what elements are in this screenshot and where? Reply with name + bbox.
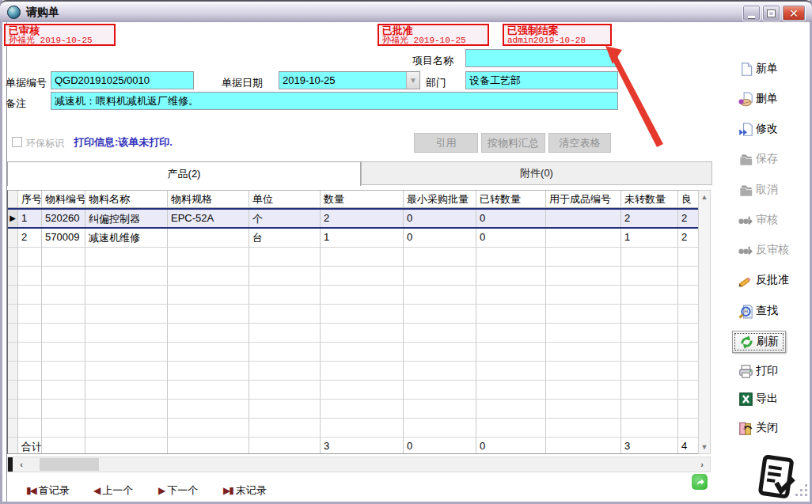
table-cell[interactable]: 1 <box>321 229 404 248</box>
table-empty-row[interactable] <box>8 324 698 343</box>
table-cell[interactable]: EPC-52A <box>168 210 249 227</box>
table-cell[interactable] <box>404 324 476 343</box>
table-cell[interactable] <box>249 400 321 419</box>
scroll-left-icon[interactable]: ‹ <box>14 457 28 472</box>
table-cell[interactable] <box>546 381 621 400</box>
table-cell[interactable] <box>621 248 678 267</box>
table-cell[interactable] <box>85 324 168 343</box>
sidebar-button-refresh[interactable]: 刷新 <box>732 331 786 353</box>
table-cell[interactable] <box>249 343 321 362</box>
table-cell[interactable] <box>678 381 698 400</box>
table-cell[interactable] <box>42 438 85 454</box>
table-cell[interactable] <box>404 248 476 267</box>
table-cell[interactable]: 4 <box>678 438 698 454</box>
sidebar-button-delete-doc[interactable]: 删单 <box>738 89 778 109</box>
table-cell[interactable] <box>546 438 621 454</box>
column-header[interactable]: 序号 <box>18 191 42 208</box>
table-cell[interactable] <box>168 305 249 324</box>
table-cell[interactable] <box>321 305 404 324</box>
table-empty-row[interactable] <box>8 286 698 305</box>
table-cell[interactable]: 0 <box>476 438 546 454</box>
table-cell[interactable] <box>476 343 546 362</box>
sidebar-button-printer[interactable]: 打印 <box>738 361 778 381</box>
table-cell[interactable] <box>42 286 85 305</box>
table-cell[interactable] <box>168 419 249 438</box>
row-indicator[interactable] <box>8 191 18 208</box>
table-cell[interactable]: 3 <box>321 438 404 454</box>
nav-last-record[interactable]: ▶▮ 末记录 <box>223 481 267 500</box>
table-cell[interactable] <box>321 400 404 419</box>
table-cell[interactable] <box>168 438 249 454</box>
table-cell[interactable]: 0 <box>404 210 476 227</box>
table-cell[interactable] <box>168 400 249 419</box>
table-cell[interactable] <box>168 248 249 267</box>
table-cell[interactable] <box>85 438 168 454</box>
table-cell[interactable] <box>404 267 476 286</box>
table-cell[interactable]: 2 <box>18 229 42 248</box>
table-cell[interactable] <box>404 381 476 400</box>
sidebar-button-excel-export[interactable]: 导出 <box>738 388 778 409</box>
summarize-by-material-button[interactable]: 按物料汇总 <box>481 133 545 153</box>
clear-table-button[interactable]: 清空表格 <box>548 133 611 153</box>
table-cell[interactable] <box>546 210 621 227</box>
table-cell[interactable] <box>168 229 249 248</box>
tab-attachments[interactable]: 附件(0) <box>361 161 712 185</box>
quote-button[interactable]: 引用 <box>414 133 478 153</box>
table-cell[interactable] <box>85 286 168 305</box>
nav-first-record[interactable]: ▮◀ 首记录 <box>26 481 70 500</box>
table-cell[interactable] <box>321 267 404 286</box>
table-cell[interactable] <box>546 248 621 267</box>
row-indicator[interactable] <box>8 267 18 286</box>
table-cell[interactable] <box>678 343 698 362</box>
table-empty-row[interactable] <box>8 248 698 267</box>
table-cell[interactable] <box>85 419 168 438</box>
table-cell[interactable] <box>404 286 476 305</box>
table-cell[interactable] <box>404 419 476 438</box>
table-cell[interactable] <box>321 362 404 381</box>
table-cell[interactable] <box>476 286 546 305</box>
table-cell[interactable] <box>321 248 404 267</box>
table-empty-row[interactable] <box>8 267 698 286</box>
column-header[interactable]: 良 <box>678 191 698 208</box>
table-cell[interactable] <box>621 381 678 400</box>
column-header[interactable]: 物料编号 <box>42 191 85 208</box>
row-indicator[interactable] <box>8 324 18 343</box>
column-header[interactable]: 已转数量 <box>476 191 546 208</box>
table-cell[interactable] <box>85 381 168 400</box>
table-cell[interactable] <box>168 267 249 286</box>
row-indicator[interactable] <box>8 400 18 419</box>
table-cell[interactable] <box>476 419 546 438</box>
table-cell[interactable]: 0 <box>404 229 476 248</box>
share-button[interactable] <box>692 474 708 490</box>
table-cell[interactable] <box>621 343 678 362</box>
table-cell[interactable] <box>678 419 698 438</box>
table-vertical-scrollbar[interactable]: ▲ ▼ <box>698 190 711 454</box>
table-cell[interactable] <box>404 305 476 324</box>
table-cell[interactable] <box>546 324 621 343</box>
table-cell[interactable] <box>476 324 546 343</box>
table-cell[interactable] <box>546 419 621 438</box>
table-cell[interactable]: 2 <box>321 210 404 227</box>
table-cell[interactable] <box>18 381 42 400</box>
scroll-right-icon[interactable]: › <box>695 457 709 472</box>
table-cell[interactable] <box>546 286 621 305</box>
table-cell[interactable] <box>678 400 698 419</box>
row-indicator[interactable] <box>8 419 18 438</box>
scroll-down-icon[interactable]: ▼ <box>699 441 710 453</box>
table-row[interactable]: 2570009减速机维修台10012 <box>8 229 698 248</box>
table-cell[interactable] <box>168 324 249 343</box>
table-cell[interactable] <box>42 305 85 324</box>
scroll-up-icon[interactable]: ▲ <box>699 191 710 203</box>
table-cell[interactable] <box>18 267 42 286</box>
table-cell[interactable]: 2 <box>678 229 698 248</box>
row-indicator[interactable]: ▶ <box>8 210 18 227</box>
table-cell[interactable] <box>476 381 546 400</box>
table-cell[interactable] <box>18 419 42 438</box>
title-bar[interactable]: 请购单 ✕ <box>0 0 812 22</box>
column-header[interactable]: 用于成品编号 <box>546 191 621 208</box>
table-cell[interactable] <box>42 343 85 362</box>
doc-date-combo[interactable] <box>279 71 420 89</box>
doc-no-field[interactable] <box>51 71 194 89</box>
table-cell[interactable] <box>42 419 85 438</box>
column-header[interactable]: 数量 <box>321 191 404 208</box>
